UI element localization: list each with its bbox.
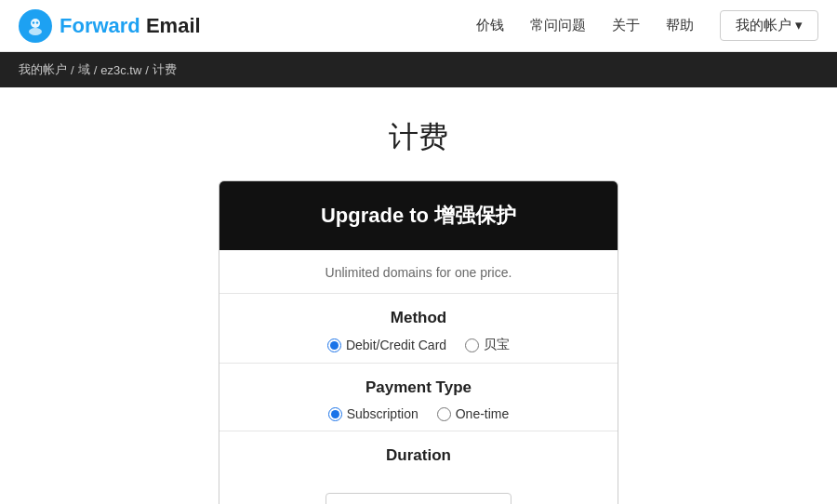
duration-section: Duration <box>219 431 618 484</box>
nav-faq[interactable]: 常问问题 <box>530 17 586 34</box>
method-paypal-radio[interactable] <box>465 338 479 352</box>
duration-select-wrapper: 1 month ($3 USD) 3 months ($9 USD) 6 mon… <box>219 484 618 504</box>
card-header: Upgrade to 增强保护 <box>219 181 618 250</box>
method-paypal-option[interactable]: 贝宝 <box>465 337 510 353</box>
breadcrumb-myaccount[interactable]: 我的帐户 <box>19 61 67 78</box>
method-card-option[interactable]: Debit/Credit Card <box>327 338 446 352</box>
nav-about[interactable]: 关于 <box>612 17 640 34</box>
method-card-radio[interactable] <box>327 338 341 352</box>
duration-select[interactable]: 1 month ($3 USD) 3 months ($9 USD) 6 mon… <box>326 493 512 504</box>
payment-subscription-radio[interactable] <box>328 407 342 421</box>
brand-logo[interactable]: Forward Email <box>19 9 201 43</box>
nav-pricing[interactable]: 价钱 <box>476 17 504 34</box>
breadcrumb-domain-name[interactable]: ez3c.tw <box>100 63 141 77</box>
card-subtitle: Unlimited domains for one price. <box>219 250 618 294</box>
navbar: Forward Email 价钱 常问问题 关于 帮助 我的帐户 ▾ <box>0 0 837 52</box>
method-paypal-label: 贝宝 <box>484 337 510 353</box>
breadcrumb: 我的帐户 / 域 / ez3c.tw / 计费 <box>0 52 837 87</box>
payment-onetime-label: One-time <box>456 406 510 421</box>
payment-subscription-option[interactable]: Subscription <box>328 406 418 421</box>
header-highlight: 增强保护 <box>434 204 516 227</box>
method-label: Method <box>238 309 599 327</box>
breadcrumb-current: 计费 <box>153 61 177 78</box>
duration-label: Duration <box>238 446 599 465</box>
svg-point-3 <box>36 21 38 23</box>
payment-subscription-label: Subscription <box>347 406 418 421</box>
upgrade-card: Upgrade to 增强保护 Unlimited domains for on… <box>219 180 618 504</box>
payment-onetime-radio[interactable] <box>437 407 451 421</box>
card-body: Unlimited domains for one price. Method … <box>219 250 618 504</box>
svg-point-0 <box>31 19 40 28</box>
nav-help[interactable]: 帮助 <box>666 17 694 34</box>
page-title: 计费 <box>389 117 448 158</box>
svg-point-1 <box>29 28 42 35</box>
header-prefix: Upgrade to <box>321 204 434 227</box>
main-content: 计费 Upgrade to 增强保护 Unlimited domains for… <box>0 87 837 504</box>
payment-type-label: Payment Type <box>238 378 599 397</box>
payment-type-radio-group: Subscription One-time <box>238 406 599 421</box>
method-card-label: Debit/Credit Card <box>346 338 446 352</box>
payment-type-section: Payment Type Subscription One-time <box>219 364 618 431</box>
method-section: Method Debit/Credit Card 贝宝 <box>219 294 618 363</box>
brand-icon <box>19 9 52 43</box>
myaccount-button[interactable]: 我的帐户 ▾ <box>720 10 818 41</box>
brand-text: Forward Email <box>60 14 201 38</box>
breadcrumb-domains[interactable]: 域 <box>78 61 90 78</box>
navbar-links: 价钱 常问问题 关于 帮助 我的帐户 ▾ <box>476 10 818 41</box>
method-radio-group: Debit/Credit Card 贝宝 <box>238 337 599 353</box>
svg-point-2 <box>33 21 34 23</box>
payment-onetime-option[interactable]: One-time <box>437 406 510 421</box>
